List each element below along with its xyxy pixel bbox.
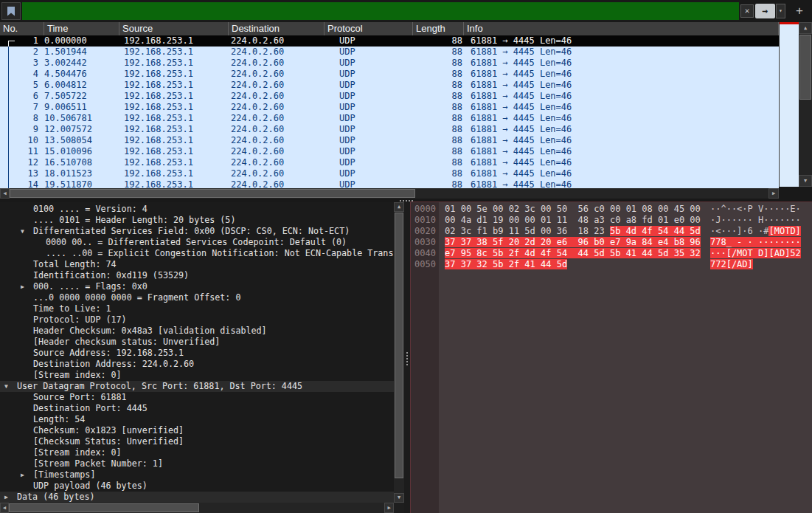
hex-ascii[interactable]: ·J······ H······· [710,215,801,226]
detail-line[interactable]: [Stream Packet Number: 1] [0,458,404,469]
scroll-thumb[interactable] [9,503,199,512]
details-vscrollbar[interactable]: ▲ ▼ [394,202,404,503]
hex-bytes-selected: 37 37 38 5f 20 2d 20 e6 96 b0 e7 9a 84 e… [445,237,701,247]
hex-bytes-normal: 02 3c f1 b9 11 5d 00 36 18 23 [445,226,610,236]
hex-bytes[interactable]: 00 4a d1 19 00 00 01 11 48 a3 c0 a8 fd 0… [445,215,701,226]
column-header-no[interactable]: No. [0,22,44,35]
hex-row[interactable]: 001000 4a d1 19 00 00 01 11 48 a3 c0 a8 … [411,215,812,226]
vertical-splitter[interactable] [404,202,410,513]
scroll-down-button[interactable]: ▼ [799,175,812,187]
packet-row-4[interactable]: 44.504476192.168.253.1224.0.2.60UDP88618… [0,69,779,80]
packet-row-13[interactable]: 1318.011523192.168.253.1224.0.2.60UDP886… [0,168,779,179]
expand-icon[interactable]: ▶ [4,492,8,503]
hex-row[interactable]: 0040e7 95 8c 5b 2f 4d 4f 54 44 5d 5b 41 … [411,248,812,259]
detail-line[interactable]: ▼User Datagram Protocol, Src Port: 61881… [0,381,404,392]
detail-line[interactable]: Checksum: 0x1823 [unverified] [0,425,404,436]
scroll-up-button[interactable]: ▲ [799,22,812,34]
hex-bytes[interactable]: 37 37 32 5b 2f 41 44 5d [445,259,567,270]
collapse-icon[interactable]: ▼ [4,381,8,392]
packet-row-5[interactable]: 56.004812192.168.253.1224.0.2.60UDP88618… [0,80,779,91]
expand-icon[interactable]: ▶ [21,281,24,292]
details-hscrollbar[interactable]: ◀ ▶ [0,503,394,513]
detail-line[interactable]: [Checksum Status: Unverified] [0,436,404,447]
scroll-up-button[interactable]: ▲ [394,202,404,212]
hex-bytes[interactable]: e7 95 8c 5b 2f 4d 4f 54 44 5d 5b 41 44 5… [445,248,701,259]
scroll-down-button[interactable]: ▼ [394,493,404,503]
scroll-thumb[interactable] [799,35,811,100]
column-header-length[interactable]: Length [413,22,464,35]
scroll-right-button[interactable]: ▶ [768,188,779,199]
packet-row-10[interactable]: 1013.508054192.168.253.1224.0.2.60UDP886… [0,135,779,146]
scroll-left-button[interactable]: ◀ [0,503,9,513]
hex-bytes-selected: 37 37 32 5b 2f 41 44 5d [445,259,567,269]
filter-bookmark-button[interactable] [1,2,21,20]
apply-filter-button[interactable]: → [755,4,775,18]
hex-ascii[interactable]: 772[/AD] [710,259,753,270]
detail-line[interactable]: .... 0101 = Header Length: 20 bytes (5) [0,215,404,226]
column-header-protocol[interactable]: Protocol [325,22,413,35]
display-filter-input[interactable]: ip.dst == 224.0.2.60 [22,2,739,20]
column-header-info[interactable]: Info [464,22,779,35]
detail-line[interactable]: Destination Port: 4445 [0,403,404,414]
packet-row-8[interactable]: 810.506781192.168.253.1224.0.2.60UDP8861… [0,113,779,124]
add-filter-button[interactable]: + [792,3,807,19]
column-header-destination[interactable]: Destination [229,22,325,35]
packet-row-1[interactable]: 10.000000192.168.253.1224.0.2.60UDP88618… [0,35,779,47]
detail-line[interactable]: Source Port: 61881 [0,392,404,403]
detail-line[interactable]: ▶000. .... = Flags: 0x0 [0,281,404,292]
expand-icon[interactable]: ▶ [21,469,24,481]
hex-row[interactable]: 002002 3c f1 b9 11 5d 00 36 18 23 5b 4d … [411,226,812,237]
detail-line[interactable]: 0000 00.. = Differentiated Services Code… [0,237,404,248]
packet-row-6[interactable]: 67.505722192.168.253.1224.0.2.60UDP88618… [0,91,779,102]
filter-dropdown-button[interactable]: ▾ [776,4,785,18]
packet-row-2[interactable]: 21.501944192.168.253.1224.0.2.60UDP88618… [0,47,779,58]
detail-line[interactable]: UDP payload (46 bytes) [0,481,404,492]
scroll-left-button[interactable]: ◀ [0,188,10,199]
hex-ascii[interactable]: ···[/MOT D][AD]52 [710,248,801,259]
hex-bytes[interactable]: 02 3c f1 b9 11 5d 00 36 18 23 5b 4d 4f 5… [445,226,701,237]
detail-line[interactable]: [Stream index: 0] [0,370,404,381]
detail-line[interactable]: ▼Differentiated Services Field: 0x00 (DS… [0,226,404,237]
hex-row[interactable]: 000001 00 5e 00 02 3c 00 50 56 c0 00 01 … [411,204,812,215]
hex-ascii[interactable]: 778_ - · ········ [710,237,801,248]
detail-line[interactable]: .... ..00 = Explicit Congestion Notifica… [0,248,404,259]
detail-line[interactable]: Time to Live: 1 [0,303,404,314]
detail-line[interactable]: Source Address: 192.168.253.1 [0,348,404,359]
cell-time: 0.000000 [44,35,119,47]
detail-line[interactable]: [Stream index: 0] [0,447,404,458]
detail-line[interactable]: ▶[Timestamps] [0,469,404,481]
detail-line[interactable]: Identification: 0xd119 (53529) [0,270,404,281]
packet-list-hscrollbar[interactable]: ◀ ▶ [0,188,779,199]
hex-bytes[interactable]: 37 37 38 5f 20 2d 20 e6 96 b0 e7 9a 84 e… [445,237,701,248]
packet-row-7[interactable]: 79.006511192.168.253.1224.0.2.60UDP88618… [0,102,779,113]
collapse-icon[interactable]: ▼ [21,226,24,237]
scroll-thumb[interactable] [10,189,415,198]
hex-ascii[interactable]: ·<···]·6 ·#[MOTD] [710,226,801,237]
packet-list-minimap[interactable] [779,22,799,187]
packet-row-9[interactable]: 912.007572192.168.253.1224.0.2.60UDP8861… [0,124,779,135]
column-header-time[interactable]: Time [44,22,119,35]
cell-source: 192.168.253.1 [119,179,229,188]
hex-row[interactable]: 005037 37 32 5b 2f 41 44 5d772[/AD] [411,259,812,270]
packet-row-12[interactable]: 1216.510708192.168.253.1224.0.2.60UDP886… [0,157,779,168]
clear-filter-button[interactable]: ✕ [740,4,754,18]
detail-line[interactable]: ▶Data (46 bytes) [0,492,404,503]
packet-row-3[interactable]: 33.002442192.168.253.1224.0.2.60UDP88618… [0,58,779,69]
detail-line[interactable]: Protocol: UDP (17) [0,314,404,326]
packet-row-11[interactable]: 1115.010096192.168.253.1224.0.2.60UDP886… [0,146,779,157]
hex-row[interactable]: 003037 37 38 5f 20 2d 20 e6 96 b0 e7 9a … [411,237,812,248]
scroll-thumb[interactable] [395,213,403,478]
packet-list-vscrollbar[interactable]: ▲ ▼ [799,22,812,187]
detail-line[interactable]: Total Length: 74 [0,259,404,270]
hex-ascii[interactable]: ··^··<·P V·····E· [710,204,801,215]
hex-bytes[interactable]: 01 00 5e 00 02 3c 00 50 56 c0 00 01 08 0… [445,204,701,215]
detail-line[interactable]: Destination Address: 224.0.2.60 [0,359,404,370]
packet-row-14[interactable]: 1419.511870192.168.253.1224.0.2.60UDP886… [0,179,779,188]
detail-line[interactable]: ...0 0000 0000 0000 = Fragment Offset: 0 [0,292,404,303]
detail-line[interactable]: Length: 54 [0,414,404,425]
column-header-source[interactable]: Source [119,22,229,35]
detail-line[interactable]: Header Checksum: 0x48a3 [validation disa… [0,326,404,337]
detail-line[interactable]: [Header checksum status: Unverified] [0,337,404,348]
scroll-right-button[interactable]: ▶ [384,503,394,513]
detail-line[interactable]: 0100 .... = Version: 4 [0,204,404,215]
